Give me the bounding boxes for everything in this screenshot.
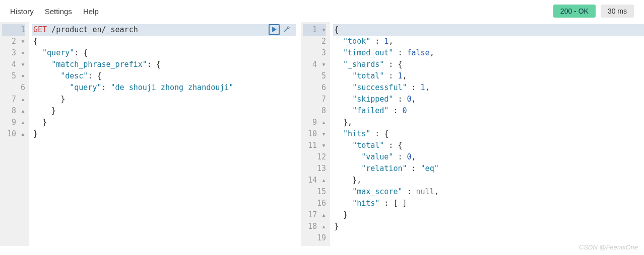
editor-container: 12 ▾3 ▾4 ▾5 ▾67 ▴8 ▴9 ▴10 ▴ GET /product… <box>0 22 644 246</box>
line-number: 10 ▴ <box>2 128 25 140</box>
code-line: "query": "de shouji zhong zhandouji" <box>32 82 296 94</box>
line-number: 17 ▴ <box>303 209 326 221</box>
code-line: "value" : 0, <box>333 151 644 163</box>
line-number: 7 ▴ <box>2 94 25 105</box>
request-actions <box>269 24 292 35</box>
response-viewer[interactable]: { "took" : 1, "timed_out" : false, "_sha… <box>330 22 644 246</box>
line-number: 11 ▾ <box>303 140 326 151</box>
code-line: "_shards" : { <box>333 59 644 70</box>
line-number: 18 ▴ <box>303 221 326 232</box>
code-line: }, <box>333 175 644 186</box>
timing-badge: 30 ms <box>601 5 634 18</box>
code-line: "total" : { <box>333 140 644 151</box>
code-line: { <box>333 24 644 36</box>
play-icon <box>272 25 277 34</box>
main-menu: History Settings Help <box>10 7 99 16</box>
code-line: { <box>32 36 296 47</box>
line-number: 2 ▾ <box>2 36 25 47</box>
code-line: "hits" : { <box>333 128 644 140</box>
line-number: 13 <box>303 163 326 175</box>
code-line: } <box>32 128 296 140</box>
line-number: 2 <box>303 36 326 47</box>
line-number: 5 ▾ <box>2 70 25 82</box>
line-number: 5 <box>303 70 326 82</box>
line-number: 6 <box>2 82 25 94</box>
line-number: 9 ▴ <box>303 117 326 128</box>
code-line: } <box>333 209 644 221</box>
code-line: "total" : 1, <box>333 70 644 82</box>
tools-button[interactable] <box>281 24 292 35</box>
response-gutter: 1 ▾234 ▾56789 ▴10 ▾11 ▾121314 ▴151617 ▴1… <box>301 22 330 246</box>
line-number: 8 ▴ <box>2 105 25 117</box>
line-number: 4 ▾ <box>2 59 25 70</box>
line-number: 7 <box>303 94 326 105</box>
watermark: CSDN @FeenixOne <box>579 243 638 246</box>
code-line: "successful" : 1, <box>333 82 644 94</box>
line-number: 9 ▴ <box>2 117 25 128</box>
code-line: "timed_out" : false, <box>333 47 644 59</box>
line-number: 3 ▾ <box>2 47 25 59</box>
code-line: "relation" : "eq" <box>333 163 644 175</box>
request-gutter: 12 ▾3 ▾4 ▾5 ▾67 ▴8 ▴9 ▴10 ▴ <box>0 22 29 246</box>
line-number: 1 <box>2 24 25 36</box>
code-line: "took" : 1, <box>333 36 644 47</box>
code-line: GET /product_en/_search <box>32 24 296 36</box>
code-line: "failed" : 0 <box>333 105 644 117</box>
code-line: } <box>333 221 644 232</box>
status-area: 200 - OK 30 ms <box>553 5 634 18</box>
status-badge: 200 - OK <box>553 5 596 18</box>
line-number: 8 <box>303 105 326 117</box>
request-pane: 12 ▾3 ▾4 ▾5 ▾67 ▴8 ▴9 ▴10 ▴ GET /product… <box>0 22 296 246</box>
line-number: 10 ▾ <box>303 128 326 140</box>
code-line <box>333 232 644 244</box>
response-pane: 1 ▾234 ▾56789 ▴10 ▾11 ▾121314 ▴151617 ▴1… <box>301 22 644 246</box>
line-number: 12 <box>303 151 326 163</box>
menu-history[interactable]: History <box>10 7 34 16</box>
request-editor[interactable]: GET /product_en/_search{ "query": { "mat… <box>29 22 296 246</box>
line-number: 16 <box>303 198 326 209</box>
top-bar: History Settings Help 200 - OK 30 ms <box>0 0 644 22</box>
menu-help[interactable]: Help <box>83 7 99 16</box>
code-line: }, <box>333 117 644 128</box>
line-number: 1 ▾ <box>303 24 326 36</box>
menu-settings[interactable]: Settings <box>45 7 72 16</box>
run-button[interactable] <box>269 24 280 35</box>
code-line: } <box>32 105 296 117</box>
line-number: 19 <box>303 232 326 244</box>
code-line: "hits" : [ ] <box>333 198 644 209</box>
wrench-icon <box>282 25 290 35</box>
line-number: 4 ▾ <box>303 59 326 70</box>
code-line: "desc": { <box>32 70 296 82</box>
line-number: 6 <box>303 82 326 94</box>
code-line: "max_score" : null, <box>333 186 644 198</box>
line-number: 3 <box>303 47 326 59</box>
code-line: "query": { <box>32 47 296 59</box>
line-number: 15 <box>303 186 326 198</box>
code-line: } <box>32 117 296 128</box>
code-line: "match_phrase_prefix": { <box>32 59 296 70</box>
code-line: "skipped" : 0, <box>333 94 644 105</box>
line-number: 14 ▴ <box>303 175 326 186</box>
code-line: } <box>32 94 296 105</box>
